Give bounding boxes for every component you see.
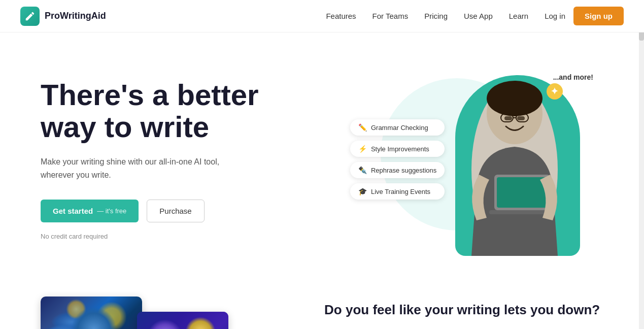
second-image bbox=[137, 312, 228, 329]
starry-night-image bbox=[41, 297, 142, 329]
navbar: ProWritingAid Features For Teams Pricing… bbox=[0, 0, 644, 32]
nav-learn[interactable]: Learn bbox=[509, 12, 528, 20]
section-two-title: Do you feel like your writing lets you d… bbox=[324, 302, 603, 319]
card2-swirl-1 bbox=[147, 319, 183, 329]
svg-rect-4 bbox=[517, 116, 525, 120]
section-two-content: Do you feel like your writing lets you d… bbox=[324, 297, 603, 329]
hero-illustration: ✏️ Grammar Checking ⚡ Style Improvements… bbox=[350, 63, 603, 256]
svg-point-2 bbox=[487, 81, 543, 116]
section-two: My idea in my head Do you feel like your… bbox=[0, 276, 644, 329]
pill-rephrase: ✒️ Rephrase suggestions bbox=[350, 162, 445, 178]
svg-rect-3 bbox=[504, 116, 512, 120]
purchase-button[interactable]: Purchase bbox=[147, 200, 204, 222]
sparkle-icon: ✦ bbox=[547, 83, 563, 100]
nav-use-app[interactable]: Use App bbox=[464, 12, 493, 20]
hero-title: There's a better way to write bbox=[41, 79, 350, 144]
pill-training: 🎓 Live Training Events bbox=[350, 183, 445, 200]
starry-canvas bbox=[41, 297, 142, 329]
nav-pricing[interactable]: Pricing bbox=[424, 12, 448, 20]
hero-subtitle: Make your writing shine with our all-in-… bbox=[41, 155, 233, 181]
svg-rect-9 bbox=[497, 177, 548, 208]
feature-pills: ✏️ Grammar Checking ⚡ Style Improvements… bbox=[350, 119, 445, 200]
pill-style-icon: ⚡ bbox=[358, 145, 367, 153]
pill-grammar: ✏️ Grammar Checking bbox=[350, 119, 445, 136]
pill-training-icon: 🎓 bbox=[358, 187, 367, 195]
second-card-bg bbox=[137, 312, 228, 329]
pill-grammar-icon: ✏️ bbox=[358, 123, 367, 131]
hero-content: There's a better way to write Make your … bbox=[41, 79, 350, 241]
hero-section: There's a better way to write Make your … bbox=[0, 32, 644, 276]
person-svg bbox=[451, 73, 578, 256]
get-started-button[interactable]: Get started — it's free bbox=[41, 200, 139, 222]
no-credit-label: No credit card required bbox=[41, 233, 350, 240]
login-button[interactable]: Log in bbox=[545, 12, 565, 20]
person-figure bbox=[451, 73, 578, 256]
pill-style: ⚡ Style Improvements bbox=[350, 141, 445, 157]
nav-actions: Log in Sign up bbox=[545, 7, 624, 25]
nav-features[interactable]: Features bbox=[326, 12, 356, 20]
and-more-label: ...and more! bbox=[553, 73, 593, 81]
scrollbar-track[interactable] bbox=[639, 0, 644, 329]
logo-svg bbox=[24, 11, 36, 22]
section-two-desc: We know what it's like to feel the FEAR … bbox=[324, 327, 603, 329]
card2-swirl-2 bbox=[185, 317, 216, 329]
nav-for-teams[interactable]: For Teams bbox=[372, 12, 409, 20]
logo[interactable]: ProWritingAid bbox=[20, 7, 106, 26]
logo-text: ProWritingAid bbox=[45, 11, 106, 21]
nav-links: Features For Teams Pricing Use App Learn bbox=[326, 12, 528, 20]
logo-icon bbox=[20, 7, 40, 26]
pill-rephrase-icon: ✒️ bbox=[358, 166, 367, 174]
hero-buttons: Get started — it's free Purchase bbox=[41, 200, 350, 222]
section-images: My idea in my head bbox=[41, 297, 294, 329]
signup-button[interactable]: Sign up bbox=[573, 7, 624, 25]
